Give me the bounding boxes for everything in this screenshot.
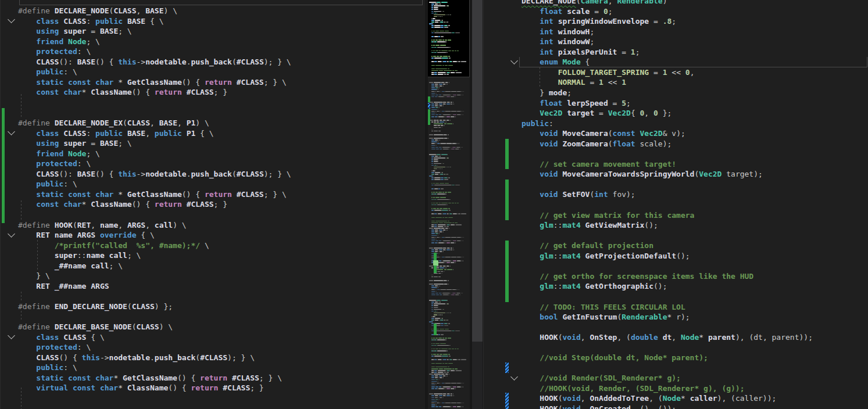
left-editor-pane[interactable]: #define DECLARE_NODE(CLASS, BASE) \ clas… xyxy=(0,0,425,409)
code-line[interactable]: DECLARE_NODE(Camera, Renderable) xyxy=(483,0,868,6)
code-line[interactable]: #define DECLARE_BASE_NODE(CLASS) \ xyxy=(0,322,425,332)
code-line[interactable] xyxy=(483,292,868,302)
code-line[interactable]: public: \ xyxy=(0,363,425,373)
code-line[interactable]: HOOK(void, OnStep, (double dt, Node* par… xyxy=(483,332,868,343)
code-line[interactable]: #define DECLARE_NODE_EX(CLASS, BASE, P1)… xyxy=(0,118,425,128)
code-line[interactable]: // TODO: THIS FEELS CIRCULAR LOL xyxy=(483,302,868,313)
code-line[interactable]: protected: \ xyxy=(0,159,425,169)
code-line[interactable]: NORMAL = 1 << 1 xyxy=(483,77,868,88)
code-line[interactable]: //void Step(double dt, Node* parent); xyxy=(483,353,868,363)
minimap-code-mark xyxy=(444,123,446,124)
code-line[interactable]: //HOOK(void, Render, (SDL_Renderer* g), … xyxy=(483,383,868,394)
scrollbar-thumb[interactable] xyxy=(472,0,483,342)
code-line[interactable]: #define DECLARE_NODE(CLASS, BASE) \ xyxy=(0,6,425,16)
code-line[interactable]: const char* ClassName() { return #CLASS;… xyxy=(0,199,425,210)
code-token: DECLARE_NODE xyxy=(55,6,109,15)
code-line[interactable]: static const char * GetClassName() { ret… xyxy=(0,189,425,200)
code-line[interactable]: RET _##name ARGS xyxy=(0,281,425,292)
code-line[interactable]: static const char * GetClassName() { ret… xyxy=(0,77,425,88)
minimap-code-mark xyxy=(436,149,439,150)
code-line[interactable] xyxy=(483,363,868,374)
minimap-code-mark xyxy=(438,188,440,189)
code-line[interactable] xyxy=(0,291,425,302)
scrollbar-track[interactable] xyxy=(472,0,483,409)
code-line[interactable] xyxy=(0,393,425,404)
code-token: : \ xyxy=(77,343,91,351)
code-line[interactable]: protected: \ xyxy=(0,46,425,57)
code-line[interactable]: int windowW; xyxy=(483,37,868,47)
minimap-code-mark xyxy=(445,21,445,23)
code-line[interactable]: // set camera movement target! xyxy=(483,159,868,170)
code-line[interactable]: using super = BASE; \ xyxy=(0,26,425,37)
code-line[interactable]: int pixelsPerUnit = 1; xyxy=(483,47,868,58)
code-line[interactable]: float scale = 0; xyxy=(483,6,868,17)
code-line[interactable]: public: \ xyxy=(0,67,425,77)
code-line[interactable]: friend Node; \ xyxy=(0,37,425,47)
right-editor-pane[interactable]: DECLARE_NODE(Camera, Renderable) float s… xyxy=(483,0,868,409)
code-line[interactable]: glm::mat4 GetProjectionDefault(); xyxy=(483,251,868,261)
code-line[interactable]: } mode; xyxy=(483,88,868,98)
code-line[interactable]: _##name call; \ xyxy=(0,261,425,271)
code-line[interactable] xyxy=(483,149,868,159)
code-line[interactable]: void SetFOV(int fov); xyxy=(483,189,868,200)
code-line[interactable]: enum Mode { xyxy=(483,57,868,67)
code-line[interactable] xyxy=(0,210,425,220)
minimap-code-mark xyxy=(442,241,442,242)
code-line[interactable]: float lerpSpeed = 5; xyxy=(483,98,868,109)
code-line[interactable]: protected: \ xyxy=(0,342,425,353)
minimap-code-mark xyxy=(434,228,441,229)
code-line[interactable]: class CLASS: public BASE { \ xyxy=(0,16,425,27)
code-line[interactable] xyxy=(0,108,425,119)
code-line[interactable]: int springWindowEnvelope = .8; xyxy=(483,16,868,27)
code-line[interactable]: FOLLOW_TARGET_SPRING = 1 << 0, xyxy=(483,67,868,78)
code-line[interactable]: //void Render(SDL_Renderer* g); xyxy=(483,373,868,383)
code-line[interactable]: CLASS(): BASE() { this->nodetable.push_b… xyxy=(0,57,425,67)
code-line[interactable]: using super = BASE; \ xyxy=(0,138,425,149)
code-line[interactable]: class CLASS { \ xyxy=(0,332,425,343)
code-line[interactable]: void MoveCamera(const Vec2D& v); xyxy=(483,128,868,139)
code-line[interactable]: public: \ xyxy=(0,179,425,189)
code-line[interactable] xyxy=(0,98,425,108)
code-line[interactable]: void MoveCameraTowardsSpringyWorld(Vec2D… xyxy=(483,169,868,180)
code-line[interactable]: super::name call; \ xyxy=(0,250,425,261)
code-line[interactable]: void ZoomCamera(float scale); xyxy=(483,139,868,149)
minimap-code-mark xyxy=(439,406,441,407)
code-line[interactable]: virtual const char* ClassName() { return… xyxy=(0,383,425,393)
minimap-code-mark xyxy=(451,167,451,168)
code-line[interactable]: } \ xyxy=(0,271,425,281)
code-line[interactable] xyxy=(483,200,868,210)
code-line[interactable]: const char* ClassName() { return #CLASS;… xyxy=(0,87,425,98)
code-line[interactable] xyxy=(0,312,425,322)
code-line[interactable]: #define HOOK(RET, name, ARGS, call) \ xyxy=(0,220,425,231)
code-line[interactable]: HOOK(void, OnCreated, (), ()); xyxy=(483,404,868,409)
minimap[interactable] xyxy=(428,0,470,409)
code-line[interactable]: // get view matrix for this camera xyxy=(483,210,868,221)
code-line[interactable]: glm::mat4 GetOrthographic(); xyxy=(483,281,868,292)
code-line[interactable] xyxy=(483,261,868,271)
code-line[interactable]: CLASS() { this->nodetable.push_back(#CLA… xyxy=(0,353,425,363)
code-line[interactable] xyxy=(483,343,868,353)
code-line[interactable] xyxy=(483,180,868,190)
code-line[interactable]: static const char* GetClassName() { retu… xyxy=(0,373,425,383)
code-line[interactable] xyxy=(0,403,425,409)
code-line[interactable]: int windowH; xyxy=(483,27,868,37)
minimap-slider[interactable] xyxy=(428,0,470,77)
minimap-code-mark xyxy=(455,223,458,224)
code-line[interactable]: // get ortho for screenspace items like … xyxy=(483,271,868,282)
code-line[interactable]: CLASS(): BASE() { this->nodetable.push_b… xyxy=(0,169,425,180)
code-line[interactable]: glm::mat4 GetViewMatrix(); xyxy=(483,220,868,231)
code-line[interactable]: RET name ARGS override { \ xyxy=(0,230,425,241)
code-line[interactable]: bool GetInFustrum(Renderable* r); xyxy=(483,312,868,322)
minimap-code-mark xyxy=(460,386,461,388)
code-line[interactable]: class CLASS: public BASE, public P1 { \ xyxy=(0,128,425,139)
code-line[interactable]: /*printf("called %s", #name);*/ \ xyxy=(0,241,425,251)
minimap-code-mark xyxy=(445,111,451,112)
code-line[interactable]: #define END_DECLARE_NODE(CLASS) }; xyxy=(0,302,425,312)
code-line[interactable]: friend Node; \ xyxy=(0,149,425,159)
code-line[interactable] xyxy=(483,231,868,241)
code-line[interactable] xyxy=(483,322,868,333)
code-line[interactable]: HOOK(void, OnAddedToTree, (Node* caller)… xyxy=(483,393,868,404)
code-line[interactable]: Vec2D target = Vec2D{ 0, 0 }; xyxy=(483,108,868,119)
code-line[interactable]: // get default projection xyxy=(483,241,868,251)
code-line[interactable]: public: xyxy=(483,119,868,129)
